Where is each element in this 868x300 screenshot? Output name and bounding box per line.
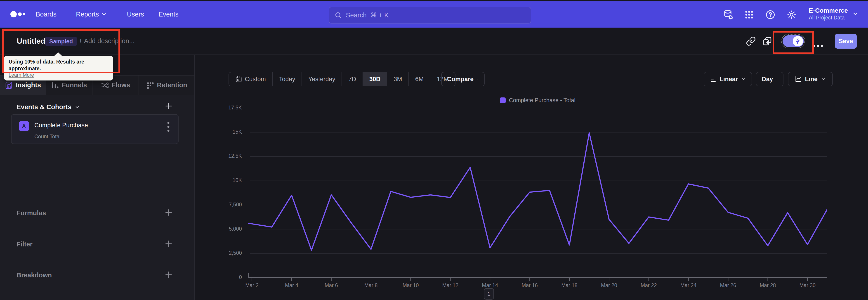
x-axis-label: Mar 12 bbox=[434, 282, 466, 289]
tooltip-text: Using 10% of data. Results are approxima… bbox=[8, 58, 108, 72]
range-label: 6M bbox=[415, 76, 424, 83]
plus-icon bbox=[164, 270, 173, 279]
help-icon[interactable] bbox=[765, 10, 775, 20]
query-builder-panel: Insights Funnels Flows bbox=[0, 55, 195, 300]
y-axis-label: 2,500 bbox=[206, 250, 242, 256]
y-axis-label: 15K bbox=[206, 129, 242, 135]
x-axis-label: Mar 24 bbox=[673, 282, 704, 289]
sampling-toggle[interactable] bbox=[782, 35, 804, 47]
section-formulas[interactable]: Formulas bbox=[17, 209, 46, 217]
nav-item-label: Users bbox=[127, 11, 144, 18]
tab-retention[interactable]: Retention bbox=[139, 76, 194, 95]
legend-item[interactable]: Complete Purchase - Total bbox=[248, 97, 827, 103]
section-filter[interactable]: Filter bbox=[17, 241, 33, 248]
data-management-icon[interactable] bbox=[723, 9, 734, 20]
nav-item-events[interactable]: Events bbox=[158, 11, 179, 18]
x-axis-label: Mar 30 bbox=[792, 282, 823, 289]
retention-icon bbox=[146, 81, 154, 89]
y-axis-label: 10K bbox=[206, 177, 242, 183]
chevron-down-icon bbox=[477, 77, 479, 82]
insights-icon bbox=[5, 81, 13, 89]
report-header-bar: Untitled Sampled + Add description... bbox=[0, 28, 868, 55]
event-metric[interactable]: Count Total bbox=[34, 133, 61, 140]
x-axis-label: Mar 22 bbox=[633, 282, 664, 289]
event-card[interactable]: A Complete Purchase Count Total bbox=[11, 114, 179, 144]
range-button-custom[interactable]: Custom bbox=[229, 72, 273, 86]
duplicate-icon[interactable] bbox=[762, 36, 772, 46]
tab-label: Retention bbox=[157, 81, 187, 89]
nav-item-label: Reports bbox=[76, 11, 99, 18]
mixpanel-logo-icon[interactable] bbox=[10, 10, 32, 19]
tab-label: Funnels bbox=[62, 81, 87, 89]
report-title[interactable]: Untitled bbox=[17, 28, 45, 55]
nav-item-boards[interactable]: Boards bbox=[36, 11, 57, 18]
range-button-30d[interactable]: 30D bbox=[363, 72, 388, 86]
chevron-down-icon bbox=[101, 11, 107, 17]
section-breakdown[interactable]: Breakdown bbox=[17, 271, 52, 279]
copy-link-icon[interactable] bbox=[746, 36, 756, 46]
top-nav: Boards Reports Users Events bbox=[0, 1, 868, 28]
more-options-icon[interactable] bbox=[812, 42, 825, 49]
lightning-bolt-icon bbox=[795, 38, 801, 44]
add-filter-button[interactable] bbox=[164, 239, 173, 248]
add-description[interactable]: + Add description... bbox=[79, 28, 134, 55]
x-axis-label: Mar 26 bbox=[712, 282, 744, 289]
chevron-down-icon bbox=[776, 77, 778, 82]
add-formula-button[interactable] bbox=[164, 208, 173, 217]
y-axis-label: 5,000 bbox=[206, 226, 242, 232]
settings-gear-icon[interactable] bbox=[786, 10, 797, 20]
sampled-badge[interactable]: Sampled bbox=[45, 37, 77, 46]
add-event-button[interactable] bbox=[164, 101, 173, 111]
project-scope: All Project Data bbox=[809, 14, 848, 21]
chart-pane: CustomTodayYesterday7D30D3M6M12M Compare… bbox=[195, 55, 868, 300]
app-root: Boards Reports Users Events bbox=[0, 0, 868, 300]
events-cohorts-header[interactable]: Events & Cohorts bbox=[17, 103, 80, 111]
range-label: Custom bbox=[245, 76, 266, 83]
nav-item-label: Boards bbox=[36, 11, 57, 18]
chart-type-label: Line bbox=[805, 76, 817, 83]
event-options-kebab-icon[interactable] bbox=[167, 121, 170, 133]
chevron-down-icon bbox=[852, 10, 859, 17]
search-input[interactable] bbox=[345, 11, 525, 19]
x-axis-label: Mar 28 bbox=[752, 282, 784, 289]
range-button-6m[interactable]: 6M bbox=[409, 72, 431, 86]
sampling-tooltip: Using 10% of data. Results are approxima… bbox=[4, 56, 113, 81]
compare-button[interactable]: Compare bbox=[441, 72, 485, 86]
y-axis-label: 7,500 bbox=[206, 202, 242, 208]
range-label: Yesterday bbox=[308, 76, 335, 83]
x-axis-label: Mar 8 bbox=[355, 282, 387, 289]
range-button-7d[interactable]: 7D bbox=[342, 72, 363, 86]
learn-more-link[interactable]: Learn More bbox=[8, 72, 34, 78]
nav-item-users[interactable]: Users bbox=[127, 11, 144, 18]
interval-dropdown[interactable]: Day bbox=[756, 72, 783, 86]
add-breakdown-button[interactable] bbox=[164, 270, 173, 279]
x-axis-label: Mar 14 bbox=[474, 282, 506, 289]
flows-icon bbox=[101, 81, 108, 89]
project-switcher[interactable]: E-Commerce All Project Data bbox=[809, 7, 859, 21]
range-label: Today bbox=[279, 76, 295, 83]
pagination-page-1[interactable]: 1 bbox=[484, 288, 494, 300]
apps-grid-icon[interactable] bbox=[744, 10, 754, 20]
chevron-down-icon bbox=[821, 77, 826, 82]
y-axis-label: 17.5K bbox=[206, 105, 242, 111]
event-name: Complete Purchase bbox=[34, 122, 88, 129]
range-label: 7D bbox=[348, 76, 356, 83]
interval-label: Day bbox=[762, 76, 773, 83]
scale-dropdown[interactable]: Linear bbox=[704, 72, 752, 86]
save-button[interactable]: Save bbox=[835, 34, 857, 49]
line-chart-icon bbox=[795, 76, 802, 83]
x-axis-label: Mar 20 bbox=[593, 282, 625, 289]
toggle-knob bbox=[793, 36, 803, 46]
x-axis-label: Mar 6 bbox=[315, 282, 347, 289]
range-button-today[interactable]: Today bbox=[273, 72, 302, 86]
range-label: 3M bbox=[394, 76, 402, 83]
compare-label: Compare bbox=[447, 76, 473, 83]
scale-label: Linear bbox=[719, 76, 738, 83]
search-bar[interactable] bbox=[329, 7, 531, 24]
nav-item-reports[interactable]: Reports bbox=[76, 11, 107, 18]
calendar-icon bbox=[235, 76, 242, 83]
range-button-3m[interactable]: 3M bbox=[387, 72, 409, 86]
project-name: E-Commerce bbox=[809, 7, 848, 14]
chart-type-dropdown[interactable]: Line bbox=[788, 72, 833, 86]
range-button-yesterday[interactable]: Yesterday bbox=[302, 72, 342, 86]
